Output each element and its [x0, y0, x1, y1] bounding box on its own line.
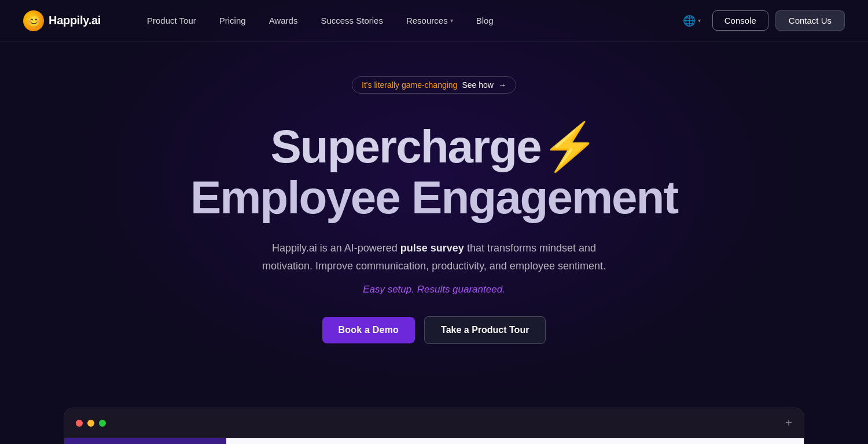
close-button-traffic-light[interactable]: [76, 420, 83, 427]
headline-line1: Supercharge⚡: [23, 121, 845, 172]
chevron-down-icon: ▾: [450, 17, 453, 24]
console-button[interactable]: Console: [712, 10, 768, 31]
chevron-down-icon: ▾: [698, 17, 701, 24]
app-titlebar: +: [64, 408, 804, 438]
hero-tagline: Easy setup. Results guaranteed.: [23, 284, 845, 295]
app-body: 😊 Happily.ai Insights Real-time data and…: [64, 438, 804, 444]
nav-logo[interactable]: 😊 Happily.ai: [23, 10, 101, 31]
contact-us-button[interactable]: Contact Us: [775, 10, 845, 31]
hero-subtext: Happily.ai is an AI-powered pulse survey…: [255, 239, 613, 275]
hero-bold-text: pulse survey: [400, 242, 464, 254]
app-sidebar: 😊 Happily.ai: [64, 438, 226, 444]
nav-link-product-tour[interactable]: Product Tour: [135, 16, 208, 25]
globe-icon: 🌐: [683, 14, 696, 27]
take-product-tour-button[interactable]: Take a Product Tour: [424, 316, 546, 344]
maximize-button-traffic-light[interactable]: [99, 420, 106, 427]
nav-link-success-stories[interactable]: Success Stories: [309, 16, 395, 25]
language-selector[interactable]: 🌐 ▾: [678, 11, 705, 31]
hero-ctas: Book a Demo Take a Product Tour: [23, 316, 845, 344]
badge-highlight-text: It's literally game-changing: [362, 80, 457, 90]
add-tab-button[interactable]: +: [785, 416, 792, 430]
nav-link-awards[interactable]: Awards: [258, 16, 310, 25]
badge-cta-text: See how: [462, 80, 493, 90]
navbar: 😊 Happily.ai Product Tour Pricing Awards…: [0, 0, 868, 42]
nav-item-success-stories[interactable]: Success Stories: [309, 16, 395, 25]
logo-text: Happily.ai: [49, 14, 101, 27]
traffic-lights: [76, 420, 106, 427]
badge-arrow-icon: →: [498, 80, 506, 90]
nav-links: Product Tour Pricing Awards Success Stor…: [135, 16, 678, 25]
hero-headline: Supercharge⚡ Employee Engagement: [23, 121, 845, 223]
app-content-area: Insights Real-time data and insights int…: [226, 438, 804, 444]
headline-line2: Employee Engagement: [23, 172, 845, 223]
logo-icon: 😊: [23, 10, 44, 31]
nav-item-awards[interactable]: Awards: [258, 16, 310, 25]
hero-badge[interactable]: It's literally game-changing See how →: [352, 76, 516, 94]
nav-item-pricing[interactable]: Pricing: [208, 16, 258, 25]
hero-section: It's literally game-changing See how → S…: [0, 42, 868, 408]
book-demo-button[interactable]: Book a Demo: [322, 317, 415, 343]
app-preview-window: + 😊 Happily.ai Insights: [64, 408, 804, 444]
nav-item-resources[interactable]: Resources ▾: [395, 16, 465, 25]
minimize-button-traffic-light[interactable]: [87, 420, 94, 427]
nav-item-product-tour[interactable]: Product Tour: [135, 16, 208, 25]
nav-item-blog[interactable]: Blog: [465, 16, 505, 25]
nav-link-pricing[interactable]: Pricing: [208, 16, 258, 25]
nav-link-blog[interactable]: Blog: [465, 16, 505, 25]
nav-right: 🌐 ▾ Console Contact Us: [678, 10, 845, 31]
nav-link-resources[interactable]: Resources ▾: [395, 16, 465, 25]
